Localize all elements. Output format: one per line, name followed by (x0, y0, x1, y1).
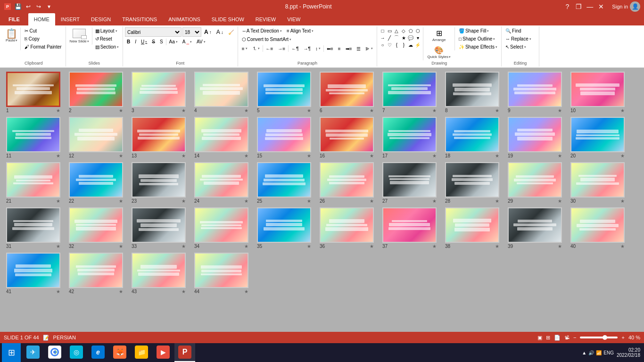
restore-button[interactable]: ❐ (574, 2, 583, 11)
slide-star-25[interactable]: ★ (307, 198, 311, 204)
font-size-select[interactable]: 18 (182, 27, 201, 37)
slide-item-28[interactable]: 28★ (443, 162, 502, 204)
layout-button[interactable]: ▦ Layout▾ (93, 27, 121, 34)
slide-thumb-35[interactable] (257, 207, 311, 243)
oval-shape[interactable]: ○ (379, 41, 386, 48)
font-name-select[interactable]: Calibri (125, 27, 182, 37)
slide-star-38[interactable]: ★ (495, 244, 499, 249)
tray-arrow[interactable]: ▲ (582, 350, 586, 355)
slide-star-43[interactable]: ★ (182, 289, 186, 294)
close-button[interactable]: ✕ (597, 2, 605, 11)
slide-star-7[interactable]: ★ (432, 108, 437, 113)
zoom-slider[interactable] (580, 337, 618, 338)
slide-item-40[interactable]: 40★ (568, 207, 627, 249)
slide-item-3[interactable]: 3★ (129, 72, 188, 113)
slide-star-26[interactable]: ★ (370, 198, 374, 204)
text-shadow-button[interactable]: S (158, 38, 165, 45)
slide-item-29[interactable]: 29★ (505, 162, 564, 204)
slide-item-6[interactable]: 6★ (317, 72, 376, 113)
tab-slideshow[interactable]: SLIDE SHOW (206, 13, 250, 25)
slide-thumb-41[interactable] (6, 253, 60, 288)
slide-thumb-7[interactable] (382, 72, 437, 107)
slide-star-9[interactable]: ★ (558, 108, 562, 113)
slide-item-21[interactable]: 21★ (4, 162, 63, 204)
slide-thumb-30[interactable] (570, 162, 625, 197)
triangle-shape[interactable]: △ (393, 27, 400, 34)
tab-view[interactable]: VIEW (281, 13, 306, 25)
zoom-out-button[interactable]: − (573, 335, 576, 340)
slide-thumb-34[interactable] (194, 207, 248, 243)
slide-star-10[interactable]: ★ (620, 108, 625, 113)
slide-item-15[interactable]: 15★ (255, 117, 314, 158)
slide-item-38[interactable]: 38★ (443, 207, 502, 249)
shape-fill-button[interactable]: 🪣 Shape Fill▾ (457, 27, 499, 34)
slide-item-1[interactable]: 1★ (4, 72, 63, 113)
language-tray[interactable]: ENG (603, 350, 614, 355)
tab-animations[interactable]: ANIMATIONS (163, 13, 206, 25)
slide-thumb-12[interactable] (69, 117, 123, 152)
slide-star-33[interactable]: ★ (182, 244, 186, 249)
slide-item-13[interactable]: 13★ (129, 117, 188, 158)
minimize-button[interactable]: — (586, 2, 594, 11)
slide-item-4[interactable]: 4★ (192, 72, 251, 113)
slide-item-34[interactable]: 34★ (192, 207, 251, 249)
notes-icon[interactable]: 📝 (43, 335, 50, 341)
slide-thumb-23[interactable] (132, 162, 186, 197)
slide-item-16[interactable]: 16★ (317, 117, 376, 158)
slide-star-11[interactable]: ★ (56, 153, 60, 158)
slide-star-5[interactable]: ★ (307, 108, 311, 113)
slide-item-30[interactable]: 30★ (568, 162, 627, 204)
taskbar-explorer[interactable]: 📁 (131, 343, 152, 362)
slide-star-24[interactable]: ★ (244, 198, 248, 204)
slide-item-24[interactable]: 24★ (192, 162, 251, 204)
slide-thumb-15[interactable] (257, 117, 311, 152)
paste-button[interactable]: 📋 Paste ▾ (4, 27, 21, 50)
slide-item-35[interactable]: 35★ (255, 207, 314, 249)
slide-item-27[interactable]: 27★ (380, 162, 439, 204)
slide-panel[interactable]: 1★2★3★4★5★6★7★8★9★10★11★12★13★14★15★16★1… (0, 68, 644, 332)
new-slide-button[interactable]: New Slide ▾ (68, 27, 92, 45)
slide-thumb-22[interactable] (69, 162, 123, 197)
find-button[interactable]: 🔍 Find (504, 27, 523, 34)
view-grid-icon[interactable]: ⊞ (546, 335, 550, 341)
bullets-button[interactable]: ≡▾ (240, 45, 249, 52)
italic-button[interactable]: I (133, 38, 138, 45)
slide-star-32[interactable]: ★ (119, 244, 123, 249)
slide-thumb-40[interactable] (570, 207, 625, 243)
slide-thumb-10[interactable] (570, 72, 625, 107)
slide-item-20[interactable]: 20★ (568, 117, 627, 158)
slide-item-32[interactable]: 32★ (66, 207, 125, 249)
line-shape[interactable]: ╱ (386, 34, 393, 41)
select-button[interactable]: ↖ Select▾ (504, 43, 528, 50)
slide-item-9[interactable]: 9★ (505, 72, 564, 113)
slide-thumb-14[interactable] (194, 117, 248, 152)
slide-item-2[interactable]: 2★ (66, 72, 125, 113)
redo-button[interactable]: ↪ (34, 2, 43, 11)
slide-thumb-33[interactable] (132, 207, 186, 243)
slide-star-17[interactable]: ★ (432, 153, 437, 158)
copy-button[interactable]: ⎘ Copy (23, 35, 63, 42)
justify-button[interactable]: ☰ (355, 45, 363, 52)
taskbar-chrome[interactable] (44, 343, 65, 362)
slide-thumb-11[interactable] (6, 117, 60, 152)
slide-item-39[interactable]: 39★ (505, 207, 564, 249)
slide-thumb-39[interactable] (508, 207, 562, 243)
ltr-button[interactable]: →¶ (302, 45, 313, 52)
change-case-button[interactable]: Aa▾ (167, 38, 180, 45)
undo-button[interactable]: ↩ (24, 2, 33, 11)
slide-item-33[interactable]: 33★ (129, 207, 188, 249)
slide-thumb-20[interactable] (570, 117, 625, 152)
slide-item-26[interactable]: 26★ (317, 162, 376, 204)
tab-file[interactable]: FILE (2, 13, 26, 25)
tab-review[interactable]: REVIEW (250, 13, 281, 25)
slide-item-10[interactable]: 10★ (568, 72, 627, 113)
slide-item-23[interactable]: 23★ (129, 162, 188, 204)
star-shape[interactable]: ★ (400, 34, 407, 41)
slide-star-22[interactable]: ★ (119, 198, 123, 204)
slide-thumb-29[interactable] (508, 162, 562, 197)
slide-thumb-32[interactable] (69, 207, 123, 243)
underline-button[interactable]: U▾ (139, 38, 149, 45)
view-normal-icon[interactable]: ▣ (537, 335, 542, 341)
clear-format-button[interactable]: 🧹 (226, 29, 236, 36)
convert-smartart-button[interactable]: ⬡ Convert to SmartArt▾ (240, 36, 293, 43)
